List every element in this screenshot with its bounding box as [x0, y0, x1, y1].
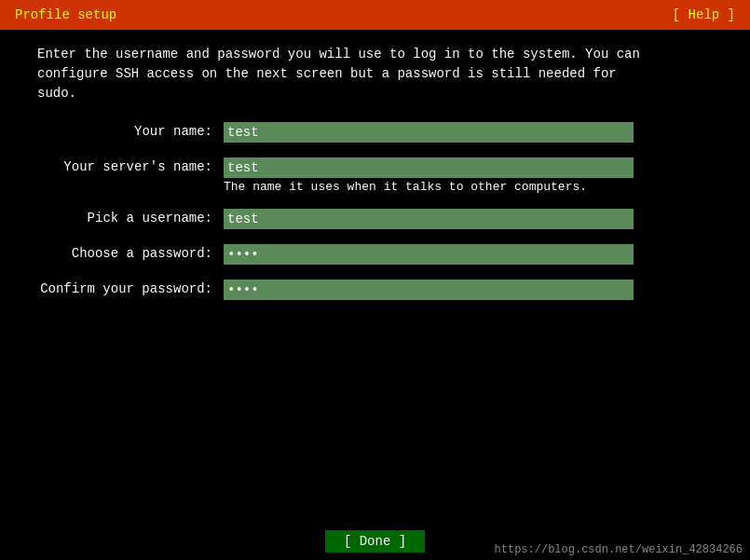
header-title: Profile setup — [15, 7, 116, 22]
header-help-button[interactable]: [ Help ] — [673, 7, 735, 22]
description-line2: configure SSH access on the next screen … — [37, 64, 713, 84]
footer-area: [ Done ] https://blog.csdn.net/weixin_42… — [0, 530, 750, 560]
description-line3: sudo. — [37, 84, 713, 103]
pick-username-input[interactable] — [224, 209, 634, 229]
server-name-field-container: The name it uses when it talks to other … — [224, 157, 634, 194]
confirm-password-input[interactable] — [224, 280, 634, 300]
server-name-row: Your server's name: The name it uses whe… — [37, 157, 713, 194]
pick-username-row: Pick a username: — [37, 209, 713, 229]
server-name-hint: The name it uses when it talks to other … — [224, 180, 634, 194]
server-name-label: Your server's name: — [37, 157, 224, 174]
your-name-input[interactable] — [224, 122, 634, 143]
main-content: Enter the username and password you will… — [0, 30, 750, 330]
confirm-password-field-container — [224, 280, 634, 300]
your-name-label: Your name: — [37, 122, 224, 139]
confirm-password-row: Confirm your password: — [37, 280, 713, 300]
server-name-input[interactable] — [224, 157, 634, 178]
confirm-password-label: Confirm your password: — [37, 280, 224, 296]
choose-password-row: Choose a password: — [37, 244, 713, 265]
choose-password-input[interactable] — [224, 244, 634, 265]
pick-username-label: Pick a username: — [37, 209, 224, 225]
your-name-row: Your name: — [37, 122, 713, 143]
done-button[interactable]: [ Done ] — [325, 530, 425, 553]
header-bar: Profile setup [ Help ] — [0, 0, 750, 30]
watermark: https://blog.csdn.net/weixin_42834266 — [495, 543, 743, 556]
choose-password-label: Choose a password: — [37, 244, 224, 261]
description-text: Enter the username and password you will… — [37, 45, 713, 103]
pick-username-field-container — [224, 209, 634, 229]
your-name-field-container — [224, 122, 634, 143]
choose-password-field-container — [224, 244, 634, 265]
description-line1: Enter the username and password you will… — [37, 45, 713, 64]
